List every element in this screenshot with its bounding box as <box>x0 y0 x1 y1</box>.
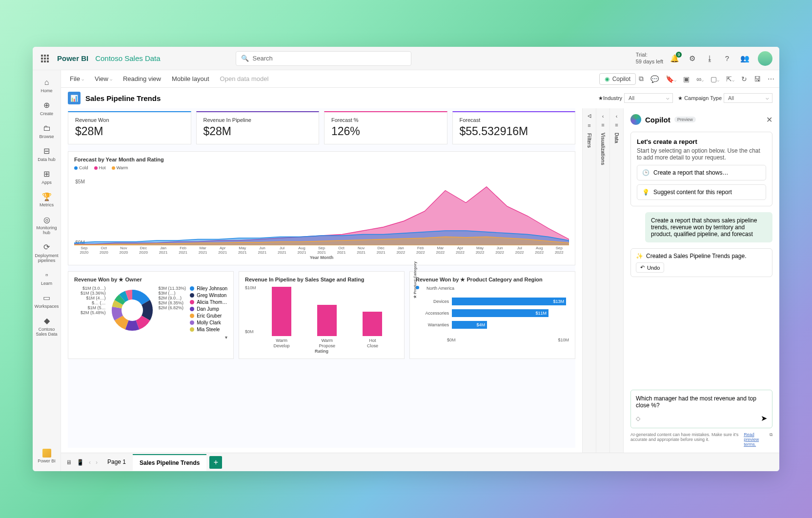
bar-chart[interactable]: Revenue In Pipeline by Sales Stage and R… <box>239 271 405 359</box>
send-icon[interactable]: ➤ <box>761 414 767 423</box>
rail-filters[interactable]: ᐊ≡Filters <box>582 108 596 453</box>
menu-open-data-model[interactable]: Open data model <box>216 73 273 84</box>
add-page-button[interactable]: + <box>209 456 222 469</box>
copilot-action-card: ✨Created a Sales Pipeline Trends page. ↶… <box>630 248 772 277</box>
kpi-value: 126% <box>331 125 440 138</box>
comment-icon[interactable]: 💬 <box>650 75 659 83</box>
filter-campaign-type[interactable]: ★ Campaign Type All <box>678 93 772 103</box>
nav-home[interactable]: ⌂Home <box>33 74 61 97</box>
hbar-row: Warranties$4M <box>421 321 566 329</box>
notifications-icon[interactable]: 🔔9 <box>670 54 679 63</box>
hbar-chart[interactable]: Revenue Won by ★ Product Category and Re… <box>409 271 575 359</box>
lightbulb-icon: 💡 <box>642 189 650 196</box>
nav-label: Data hub <box>38 158 56 162</box>
page-tab[interactable]: Page 1 <box>101 454 133 471</box>
external-link-icon[interactable]: ⧉ <box>770 432 772 438</box>
nav-data-hub[interactable]: ⊟Data hub <box>33 143 61 166</box>
report-title: Sales Pipeline Trends <box>85 94 161 102</box>
kpi-value: $55.532916M <box>460 125 568 138</box>
page-tab[interactable]: Sales Pipeline Trends <box>133 454 206 471</box>
kpi-card[interactable]: Forecast$55.532916M <box>452 111 576 144</box>
nav-learn[interactable]: ▫Learn <box>33 267 61 290</box>
menu-mobile-layout[interactable]: Mobile layout <box>168 73 213 84</box>
save-icon[interactable]: 🖫 <box>754 75 761 83</box>
collapse-icon[interactable]: ‹ <box>602 113 604 119</box>
rail-visualizations[interactable]: ‹≡Visualizations <box>596 108 609 453</box>
app-name: Power BI <box>57 54 88 62</box>
donut-chart[interactable]: Revenue Won by ★ Owner $1M (3.0…)$1M (3.… <box>68 271 234 359</box>
copilot-ribbon-button[interactable]: ◉ Copilot <box>599 73 636 85</box>
chart-title: Revenue In Pipeline by Sales Stage and R… <box>245 277 398 282</box>
nav-icon: ◎ <box>42 215 52 224</box>
download-icon[interactable]: ⭳ <box>705 54 714 63</box>
report-canvas[interactable]: Revenue Won$28MRevenue In Pipeline$28MFo… <box>61 108 582 453</box>
preview-terms-link[interactable]: Read preview terms. <box>744 432 768 447</box>
nav-label: Power BI <box>38 459 56 464</box>
kpi-card[interactable]: Revenue In Pipeline$28M <box>196 111 320 144</box>
nav-label: Apps <box>41 180 52 185</box>
desktop-layout-icon[interactable]: 🖥 <box>66 459 72 466</box>
nav-workspaces[interactable]: ▭Workspaces <box>33 290 61 313</box>
collapse-icon[interactable]: ᐊ <box>588 113 591 120</box>
kpi-card[interactable]: Revenue Won$28M <box>68 111 191 144</box>
trial-status: Trial: 59 days left <box>636 52 663 64</box>
chart-title: Revenue Won by ★ Owner <box>74 277 227 283</box>
nav-powerbi[interactable]: Power BI <box>33 445 61 467</box>
bookmark-icon[interactable]: 🔖⌵ <box>666 75 676 83</box>
copilot-intro-card: Let's create a report Start by selecting… <box>630 132 772 206</box>
nav-create[interactable]: ⊕Create <box>33 97 61 120</box>
top-icons: 🔔9 ⚙ ⭳ ? 👥 <box>670 51 772 66</box>
prev-page-icon[interactable]: ‹ <box>89 459 91 466</box>
teams-icon[interactable]: ⧉ <box>639 75 644 83</box>
rail-data[interactable]: ‹≡Data <box>609 108 623 453</box>
app-launcher-icon[interactable] <box>40 53 50 64</box>
powerbi-icon <box>42 449 51 458</box>
nav-apps[interactable]: ⊞Apps <box>33 166 61 189</box>
nav-label: Metrics <box>40 203 54 208</box>
menu-view[interactable]: View⌵ <box>91 73 116 84</box>
nav-monitoring-hub[interactable]: ◎Monitoring hub <box>33 211 61 239</box>
link-icon[interactable]: ∞⌵ <box>696 75 704 83</box>
nav-contoso-sales-data[interactable]: ◆Contoso Sales Data <box>33 313 61 340</box>
close-icon[interactable]: ✕ <box>766 115 772 124</box>
search-icon: 🔍 <box>241 55 249 62</box>
nav-browse[interactable]: 🗀Browse <box>33 120 61 143</box>
settings-icon[interactable]: ⚙ <box>688 54 696 63</box>
ribbon: File⌵ View⌵ Reading view Mobile layout O… <box>61 70 779 88</box>
sparkle-icon: ✨ <box>636 253 643 259</box>
kpi-value: $28M <box>203 125 312 138</box>
account-switcher-icon[interactable]: 👥 <box>740 54 749 63</box>
forecast-area-chart[interactable]: Forecast by Year Month and Rating ColdHo… <box>68 151 575 265</box>
nav-deployment-pipelines[interactable]: ⟳Deployment pipelines <box>33 239 61 267</box>
y-axis-title: ★ Product Category <box>413 261 417 299</box>
filter-industry[interactable]: ★Industry All <box>598 93 673 103</box>
donut-svg <box>108 286 157 335</box>
more-icon[interactable]: ⋯ <box>768 75 774 83</box>
copilot-opt-create-report[interactable]: 🕒Create a report that shows… <box>637 165 766 180</box>
donut-legend: Riley JohnsonGreg WinstonAlicia Thom…Dan… <box>190 286 227 335</box>
export-icon[interactable]: ⇱⌵ <box>726 75 734 83</box>
reset-icon[interactable]: ▣ <box>683 75 690 83</box>
mobile-layout-icon[interactable]: 📱 <box>77 459 84 466</box>
nav-icon: ▭ <box>42 293 52 303</box>
help-icon[interactable]: ? <box>723 54 731 63</box>
workspace-name[interactable]: Contoso Sales Data <box>95 54 160 62</box>
kpi-card[interactable]: Forecast %126% <box>324 111 447 144</box>
present-icon[interactable]: ▢⌵ <box>710 75 719 83</box>
search-input[interactable]: 🔍 Search <box>236 51 411 66</box>
menu-reading-view[interactable]: Reading view <box>119 73 165 84</box>
copilot-opt-suggest-content[interactable]: 💡Suggest content for this report <box>637 184 766 200</box>
x-axis-title: Year Month <box>74 255 569 260</box>
avatar[interactable] <box>758 51 772 66</box>
copilot-input[interactable]: Which manager had the most revenue and t… <box>630 390 772 428</box>
kpi-label: Forecast % <box>331 117 440 123</box>
undo-button[interactable]: ↶Undo <box>636 262 664 273</box>
expand-icon[interactable]: ▾ <box>74 335 227 340</box>
copilot-title: Copilot <box>645 116 670 124</box>
refresh-icon[interactable]: ↻ <box>741 75 747 83</box>
next-page-icon[interactable]: › <box>96 459 98 466</box>
attach-icon[interactable]: ◇ <box>636 415 640 422</box>
nav-metrics[interactable]: 🏆Metrics <box>33 188 61 211</box>
collapse-icon[interactable]: ‹ <box>616 113 618 119</box>
menu-file[interactable]: File⌵ <box>66 73 88 84</box>
